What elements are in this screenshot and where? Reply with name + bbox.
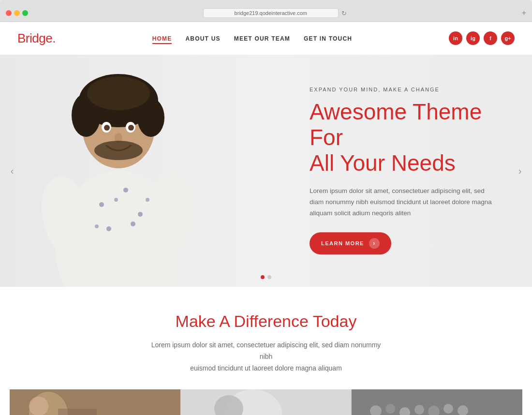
nav-item-about[interactable]: ABOUT US	[185, 34, 220, 43]
facebook-icon[interactable]: f	[484, 31, 497, 45]
nav-item-contact[interactable]: GET IN TOUCH	[304, 34, 352, 43]
learn-more-label: LEARN MORE	[321, 241, 364, 247]
svg-point-36	[414, 405, 424, 415]
nav-item-home[interactable]: HOME	[152, 34, 172, 43]
nav-link-about[interactable]: ABOUT US	[185, 35, 220, 42]
hero-subtitle: EXPAND YOUR MIND, MAKE A CHANGE	[310, 87, 493, 92]
svg-point-18	[106, 226, 111, 231]
browser-chrome: bridge219.qodeinteractive.com ↻ +	[0, 0, 532, 22]
carousel-dot-2[interactable]	[267, 275, 271, 279]
nav-link-team[interactable]: MEET OUR TEAM	[234, 35, 290, 42]
refresh-icon[interactable]: ↻	[341, 10, 347, 17]
person-svg	[15, 55, 222, 287]
minimize-dot[interactable]	[14, 10, 20, 16]
new-tab-button[interactable]: +	[522, 9, 526, 17]
svg-point-14	[94, 141, 143, 160]
svg-point-38	[443, 404, 453, 414]
nav-menu: HOME ABOUT US MEET OUR TEAM GET IN TOUCH	[152, 34, 353, 43]
svg-point-21	[95, 224, 99, 228]
svg-point-11	[104, 125, 110, 131]
cards-row	[10, 389, 522, 415]
carousel-prev-button[interactable]: ‹	[5, 163, 19, 178]
svg-point-19	[131, 222, 135, 226]
maximize-dot[interactable]	[22, 10, 28, 16]
googleplus-icon[interactable]: g+	[501, 31, 515, 45]
card-image-2	[180, 389, 351, 415]
hero-description: Lorem ipsum dolor sit amet, consectetuer…	[310, 186, 493, 219]
nav-link-contact[interactable]: GET IN TOUCH	[304, 35, 352, 42]
linkedin-icon[interactable]: in	[449, 31, 462, 45]
learn-more-button[interactable]: LEARN MORE ›	[310, 233, 391, 255]
svg-point-16	[123, 188, 128, 193]
browser-dots	[6, 10, 28, 16]
svg-point-8	[87, 76, 150, 110]
close-dot[interactable]	[6, 10, 12, 16]
site-logo[interactable]: Bridge.	[17, 31, 56, 46]
card-item-3[interactable]	[352, 389, 522, 415]
hero-section: ‹ EXPAND YOUR MIND, MAKE A CHANGE Awesom…	[0, 55, 532, 287]
learn-more-arrow-icon: ›	[369, 238, 380, 249]
svg-point-20	[114, 198, 118, 202]
website-content: Bridge. HOME ABOUT US MEET OUR TEAM GET …	[0, 22, 532, 415]
instagram-icon[interactable]: ig	[466, 31, 480, 45]
nav-item-team[interactable]: MEET OUR TEAM	[234, 34, 290, 43]
hero-title: Awesome Theme ForAll Your Needs	[310, 99, 493, 176]
card-image-1	[10, 389, 180, 415]
hero-content: EXPAND YOUR MIND, MAKE A CHANGE Awesome …	[310, 87, 493, 254]
section-description: Lorem ipsum dolor sit amet, consectetuer…	[150, 340, 382, 374]
card-item-1[interactable]	[10, 389, 180, 415]
hero-person-image	[15, 55, 222, 287]
svg-point-34	[385, 404, 395, 414]
carousel-dot-1[interactable]	[261, 275, 265, 279]
svg-point-15	[99, 202, 104, 207]
social-icons-group: in ig f g+	[449, 31, 515, 45]
carousel-dots	[261, 275, 271, 279]
svg-point-12	[128, 125, 134, 131]
card-item-2[interactable]	[180, 389, 351, 415]
svg-rect-26	[58, 409, 97, 415]
section-title: Make A Difference Today	[10, 312, 522, 331]
browser-address-bar: bridge219.qodeinteractive.com ↻	[33, 8, 517, 18]
content-section: Make A Difference Today Lorem ipsum dolo…	[0, 287, 532, 415]
card-image-3	[352, 389, 522, 415]
svg-point-22	[146, 198, 149, 202]
navbar: Bridge. HOME ABOUT US MEET OUR TEAM GET …	[0, 22, 532, 55]
carousel-next-button[interactable]: ›	[513, 163, 527, 178]
svg-point-17	[138, 212, 143, 217]
nav-link-home[interactable]: HOME	[152, 35, 172, 44]
url-bar[interactable]: bridge219.qodeinteractive.com	[203, 8, 339, 18]
